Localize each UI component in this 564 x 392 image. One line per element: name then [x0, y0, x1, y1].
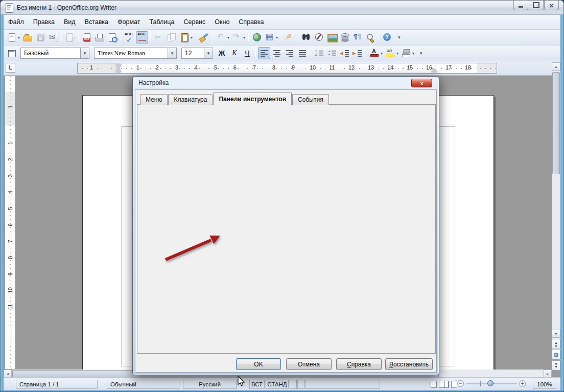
dialog-tab[interactable]: События [292, 94, 329, 105]
toolbar-options-button[interactable] [394, 31, 406, 43]
zoom-out-icon[interactable]: − [457, 380, 464, 387]
first-line-indent-marker[interactable] [115, 64, 122, 68]
combo-dropdown-icon[interactable]: ▼ [204, 48, 213, 58]
menu-item[interactable]: Таблица [145, 16, 179, 28]
edit-file-button[interactable] [64, 31, 76, 43]
spellcheck-button[interactable] [123, 31, 135, 43]
redo-button[interactable]: ▾ [231, 31, 246, 43]
horizontal-ruler[interactable]: 1123456789101112131415161718 [77, 63, 497, 74]
menu-item[interactable]: Вставка [80, 16, 113, 28]
ok-button[interactable]: OK [236, 358, 281, 370]
email-document-button[interactable] [47, 31, 59, 43]
minimize-button[interactable] [513, 1, 528, 10]
page-preview-button[interactable] [106, 31, 119, 43]
export-pdf-button[interactable] [81, 31, 93, 43]
format-paintbrush-button[interactable] [198, 31, 210, 43]
font-size-combo[interactable]: 12 ▼ [181, 48, 213, 59]
cancel-button[interactable]: Отмена [286, 358, 332, 370]
previous-page-button[interactable]: ▲▲ [552, 339, 560, 349]
zoom-slider[interactable]: − + [457, 380, 526, 387]
left-indent-marker[interactable] [115, 68, 122, 72]
paragraph-style-combo[interactable]: Базовый ▼ [20, 48, 89, 59]
signature-field[interactable] [297, 380, 304, 389]
navigation-button[interactable] [552, 350, 560, 360]
dropdown-arrow-icon[interactable]: ▾ [191, 35, 193, 40]
selection-mode-field[interactable]: СТАНД [266, 380, 289, 389]
highlighting-button[interactable]: ▾ [384, 47, 400, 59]
single-page-view-icon[interactable] [431, 381, 437, 388]
dropdown-arrow-icon[interactable]: ▾ [396, 51, 398, 56]
dropdown-arrow-icon[interactable]: ▾ [243, 35, 245, 40]
page-style-field[interactable]: Обычный [107, 380, 179, 389]
vertical-scrollbar[interactable]: ▴ ▾ [552, 62, 560, 370]
zoom-in-icon[interactable]: + [519, 380, 526, 387]
menu-item[interactable]: Правка [29, 16, 59, 28]
navigator-button[interactable] [313, 31, 325, 43]
italic-button[interactable]: К [228, 47, 241, 59]
vertical-scroll-thumb[interactable] [552, 72, 560, 174]
close-button[interactable] [544, 1, 559, 10]
dialog-tab[interactable]: Меню [140, 94, 168, 105]
dropdown-arrow-icon[interactable]: ▾ [412, 51, 414, 56]
cut-button[interactable] [153, 31, 165, 43]
language-field[interactable]: Русский [183, 380, 237, 389]
styles-panel-button[interactable] [6, 47, 18, 59]
book-view-icon[interactable] [451, 381, 457, 388]
reset-button[interactable]: Восстановить [385, 358, 433, 370]
autospellcheck-button[interactable] [136, 31, 148, 43]
dropdown-arrow-icon[interactable]: ▾ [381, 51, 383, 56]
tab-type-selector[interactable]: L [6, 63, 15, 73]
paste-button[interactable]: ▾ [178, 31, 194, 43]
help-button[interactable] [381, 31, 393, 43]
dropdown-arrow-icon[interactable]: ▾ [276, 35, 278, 40]
dialog-tab[interactable]: Клавиатура [168, 94, 213, 105]
open-button[interactable] [21, 31, 34, 43]
increase-indent-button[interactable] [351, 47, 364, 59]
hyperlink-button[interactable] [251, 31, 263, 43]
align-center-button[interactable] [271, 47, 283, 59]
save-button[interactable] [34, 31, 46, 43]
zoom-button[interactable] [364, 31, 377, 43]
data-sources-button[interactable] [339, 31, 351, 43]
menu-item[interactable]: Окно [210, 16, 234, 28]
next-page-button[interactable]: ▼▼ [552, 360, 560, 371]
menu-item[interactable]: Справка [234, 16, 268, 28]
menu-item[interactable]: Формат [113, 16, 145, 28]
insert-table-button[interactable]: ▾ [264, 31, 279, 43]
show-draw-functions-button[interactable] [284, 31, 296, 43]
menu-item[interactable]: Сервис [179, 16, 210, 28]
scroll-down-icon[interactable]: ▾ [552, 330, 560, 338]
doc-modified-field[interactable] [290, 380, 297, 389]
insert-mode-field[interactable]: ВСТ [249, 380, 265, 389]
gallery-button[interactable] [326, 31, 338, 43]
bullet-list-button[interactable] [326, 47, 338, 59]
find-replace-button[interactable] [300, 31, 313, 43]
dialog-tab[interactable]: Панели инструментов [213, 93, 292, 105]
bold-button[interactable]: Ж [216, 47, 228, 59]
page-number-field[interactable]: Страница 1 / 1 [16, 380, 98, 389]
new-document-button[interactable]: ▾ [6, 31, 21, 43]
vertical-ruler[interactable]: 11234567891011 [5, 76, 15, 370]
menu-item[interactable]: Файл [4, 16, 29, 28]
scroll-up-icon[interactable]: ▴ [552, 62, 560, 71]
title-bar[interactable]: Без имени 1 - OpenOffice.org Writer [1, 1, 563, 15]
zoom-slider-handle[interactable] [487, 380, 494, 386]
undo-button[interactable]: ▾ [215, 31, 230, 43]
section-field[interactable] [306, 380, 380, 389]
combo-dropdown-icon[interactable]: ▼ [80, 48, 89, 58]
zoom-percent-field[interactable]: 100% [533, 380, 556, 389]
copy-button[interactable] [166, 31, 178, 43]
help-button[interactable]: Справка [336, 358, 382, 370]
justify-button[interactable] [296, 47, 309, 59]
align-left-button[interactable] [258, 47, 270, 59]
nonprinting-characters-button[interactable] [351, 31, 364, 43]
print-button[interactable] [93, 31, 106, 43]
combo-dropdown-icon[interactable]: ▼ [168, 48, 176, 58]
decrease-indent-button[interactable] [339, 47, 351, 59]
dialog-close-button[interactable]: x [411, 79, 432, 87]
toolbar-options-button[interactable] [416, 47, 428, 59]
underline-button[interactable]: Ч [241, 47, 253, 59]
background-color-button[interactable]: ▾ [400, 47, 415, 59]
restore-button[interactable] [529, 1, 544, 10]
multi-page-view-icon[interactable] [439, 381, 445, 388]
